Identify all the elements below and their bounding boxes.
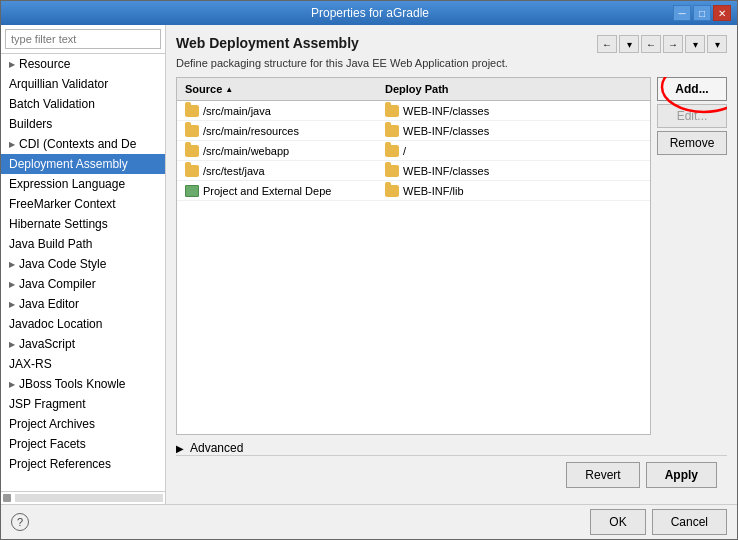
sidebar-item-label: Project Facets [9,437,86,451]
folder-icon [385,145,399,157]
table-row[interactable]: /src/main/webapp / [177,141,650,161]
source-value: /src/main/resources [203,125,299,137]
sidebar-item-label: Javadoc Location [9,317,102,331]
menu-icon: ▾ [715,39,720,50]
nav-down-icon: ▾ [693,39,698,50]
folder-icon [185,105,199,117]
table-row[interactable]: /src/main/java WEB-INF/classes [177,101,650,121]
cell-deploy: WEB-INF/classes [377,161,650,180]
sidebar-item-resource[interactable]: Resource [1,54,165,74]
apply-button[interactable]: Apply [646,462,717,488]
deploy-value: WEB-INF/classes [403,105,489,117]
search-box [1,25,165,54]
sidebar-item-label: JSP Fragment [9,397,85,411]
sidebar-item-cdi[interactable]: CDI (Contexts and De [1,134,165,154]
deploy-value: WEB-INF/lib [403,185,464,197]
remove-button[interactable]: Remove [657,131,727,155]
sidebar-item-label: Java Editor [19,297,79,311]
sidebar-scroll-bar [1,491,165,504]
sidebar-item-javabuildpath[interactable]: Java Build Path [1,234,165,254]
cell-deploy: WEB-INF/lib [377,181,650,200]
search-input[interactable] [5,29,161,49]
sidebar-item-jboss[interactable]: JBoss Tools Knowle [1,374,165,394]
minimize-button[interactable]: ─ [673,5,691,21]
advanced-arrow-icon[interactable]: ▶ [176,443,184,454]
sidebar-item-label: Builders [9,117,52,131]
cancel-button[interactable]: Cancel [652,509,727,535]
sidebar-item-label: JAX-RS [9,357,52,371]
sidebar-item-javaeditor[interactable]: Java Editor [1,294,165,314]
close-button[interactable]: ✕ [713,5,731,21]
sidebar-item-label: Arquillian Validator [9,77,108,91]
revert-button[interactable]: Revert [566,462,639,488]
table-row[interactable]: /src/test/java WEB-INF/classes [177,161,650,181]
sidebar-item-hibernate[interactable]: Hibernate Settings [1,214,165,234]
nav-down-button[interactable]: ▾ [685,35,705,53]
sidebar-item-label: Expression Language [9,177,125,191]
sidebar-item-jspfragment[interactable]: JSP Fragment [1,394,165,414]
side-actions: Add... Edit... Remove [657,77,727,435]
sidebar-item-expression[interactable]: Expression Language [1,174,165,194]
edit-button[interactable]: Edit... [657,104,727,128]
sort-arrow-icon: ▲ [225,85,233,94]
sidebar-item-javadoc[interactable]: Javadoc Location [1,314,165,334]
sidebar-item-freemarker[interactable]: FreeMarker Context [1,194,165,214]
add-button[interactable]: Add... [657,77,727,101]
sidebar-item-deployment[interactable]: Deployment Assembly [1,154,165,174]
sidebar-item-arquillian[interactable]: Arquillian Validator [1,74,165,94]
sidebar-item-javascript[interactable]: JavaScript [1,334,165,354]
sidebar-item-label: Hibernate Settings [9,217,108,231]
cell-deploy: WEB-INF/classes [377,121,650,140]
sidebar-item-label: Resource [19,57,70,71]
sidebar-item-projectarchives[interactable]: Project Archives [1,414,165,434]
forward-dropdown-button[interactable]: ▾ [619,35,639,53]
content-area: Resource Arquillian Validator Batch Vali… [1,25,737,504]
menu-button[interactable]: ▾ [707,35,727,53]
cell-source: /src/main/webapp [177,141,377,160]
table-row[interactable]: Project and External Depe WEB-INF/lib [177,181,650,201]
source-value: /src/main/java [203,105,271,117]
folder-icon [385,165,399,177]
deploy-value: WEB-INF/classes [403,165,489,177]
sidebar-item-label: Java Compiler [19,277,96,291]
maximize-button[interactable]: □ [693,5,711,21]
source-value: Project and External Depe [203,185,331,197]
back-button[interactable]: ← [597,35,617,53]
advanced-label[interactable]: Advanced [190,441,243,455]
sidebar-item-label: Java Build Path [9,237,92,251]
sidebar-item-projectfacets[interactable]: Project Facets [1,434,165,454]
folder-icon [185,125,199,137]
nav-forward-icon: → [668,39,678,50]
sidebar-item-label: Batch Validation [9,97,95,111]
source-value: /src/test/java [203,165,265,177]
cell-source: /src/main/resources [177,121,377,140]
sidebar-item-label: Java Code Style [19,257,106,271]
nav-forward-button[interactable]: → [663,35,683,53]
nav-back-button[interactable]: ← [641,35,661,53]
forward-icon: ▾ [627,39,632,50]
sidebar-item-label: FreeMarker Context [9,197,116,211]
deploy-value: / [403,145,406,157]
footer: ? OK Cancel [1,504,737,539]
ok-button[interactable]: OK [590,509,645,535]
help-button[interactable]: ? [11,513,29,531]
window-title: Properties for aGradle [67,6,673,20]
advanced-section: ▶ Advanced [176,441,727,455]
table-body: /src/main/java WEB-INF/classes /src [177,101,650,434]
sidebar-item-javacompiler[interactable]: Java Compiler [1,274,165,294]
table-wrapper: Source ▲ Deploy Path /src/main/java [176,77,727,435]
sidebar-item-javacodestyle[interactable]: Java Code Style [1,254,165,274]
folder-icon [385,185,399,197]
window-controls: ─ □ ✕ [673,5,731,21]
main-panel: Web Deployment Assembly ← ▾ ← → ▾ [166,25,737,504]
sidebar: Resource Arquillian Validator Batch Vali… [1,25,166,504]
footer-buttons: OK Cancel [590,509,727,535]
sidebar-item-jaxrs[interactable]: JAX-RS [1,354,165,374]
sidebar-item-batch[interactable]: Batch Validation [1,94,165,114]
sidebar-item-builders[interactable]: Builders [1,114,165,134]
cell-deploy: WEB-INF/classes [377,101,650,120]
sidebar-item-projectreferences[interactable]: Project References [1,454,165,474]
folder-icon [185,165,199,177]
table-row[interactable]: /src/main/resources WEB-INF/classes [177,121,650,141]
assembly-table: Source ▲ Deploy Path /src/main/java [176,77,651,435]
